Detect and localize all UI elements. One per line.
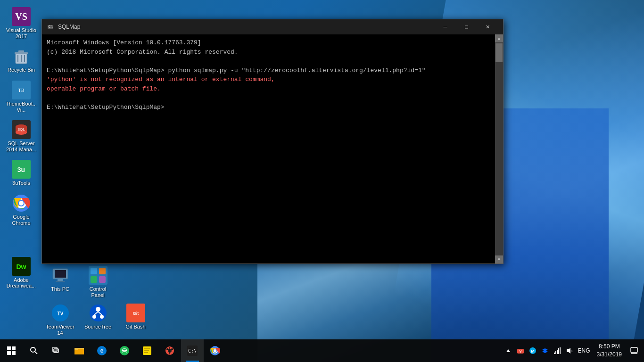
scrollbar-track[interactable] — [495, 42, 503, 255]
desktop-icon-adobe-dreamweaver[interactable]: Dw Adobe Dreamwea... — [2, 255, 40, 291]
desktop-icon-this-pc[interactable]: This PC — [42, 263, 78, 301]
svg-rect-88 — [631, 347, 637, 353]
svg-rect-29 — [99, 276, 106, 283]
svg-text:3u: 3u — [17, 166, 25, 173]
start-button[interactable] — [0, 339, 23, 362]
taskbar-edge[interactable]: e — [91, 339, 113, 362]
tray-network-icon[interactable] — [552, 339, 563, 362]
cmd-line-4: E:\Whitehat\SetupPython\SqlpMap> python … — [47, 66, 490, 75]
svg-point-20 — [19, 201, 24, 206]
desktop-icon-visual-studio[interactable]: VS Visual Studio 2017 — [2, 5, 40, 42]
tray-date: 3/31/2019 — [597, 351, 622, 359]
teamviewer-icon: TV — [51, 304, 70, 322]
scrollbar-up-button[interactable]: ▲ — [495, 34, 503, 42]
svg-text:VS: VS — [15, 11, 27, 22]
cmd-scrollbar[interactable]: ▲ ▼ — [495, 34, 503, 263]
control-panel-icon — [89, 266, 107, 285]
taskbar-chrome[interactable] — [204, 339, 226, 362]
svg-point-66 — [171, 348, 173, 350]
tray-clock[interactable]: 8:50 PM 3/31/2019 — [593, 339, 626, 362]
visual-studio-icon: VS — [12, 7, 31, 26]
system-tray: V M — [503, 339, 644, 362]
recycle-bin-label: Recycle Bin — [8, 67, 35, 73]
visual-studio-label: Visual Studio 2017 — [5, 27, 38, 40]
svg-text:V: V — [519, 350, 521, 353]
svg-text:SQL: SQL — [17, 127, 25, 132]
svg-rect-62 — [144, 352, 148, 353]
svg-rect-27 — [99, 268, 106, 274]
svg-text:M: M — [531, 349, 535, 354]
close-button[interactable]: ✕ — [477, 19, 498, 34]
taskbar: e — [0, 339, 644, 362]
cmd-line-1: Microsoft Windows [Version 10.0.17763.37… — [47, 38, 490, 48]
cmd-terminal[interactable]: Microsoft Windows [Version 10.0.17763.37… — [42, 34, 495, 263]
google-chrome-label: Google Chrome — [5, 214, 38, 226]
svg-point-34 — [92, 315, 96, 319]
desktop-icon-sql-server[interactable]: SQL SQL Server 2014 Mana... — [2, 118, 40, 155]
sourcetree-label: SourceTree — [84, 324, 111, 330]
search-button[interactable] — [23, 339, 45, 362]
task-view-button[interactable] — [45, 339, 68, 362]
desktop-icon-google-chrome[interactable]: Google Chrome — [2, 191, 40, 229]
cmd-titlebar-icon: C:\ — [47, 23, 54, 31]
svg-marker-86 — [567, 348, 570, 354]
svg-rect-23 — [58, 279, 63, 281]
taskbar-spotify[interactable] — [113, 339, 136, 362]
svg-rect-83 — [557, 350, 558, 354]
scrollbar-thumb[interactable] — [495, 43, 503, 62]
svg-text:C:\: C:\ — [188, 348, 197, 354]
desktop-icon-git-bash[interactable]: Git Git Bash — [118, 301, 153, 338]
tray-chevron[interactable] — [503, 339, 514, 362]
tray-malwarebytes-icon[interactable]: M — [527, 339, 538, 362]
tray-notification-button[interactable] — [627, 339, 642, 362]
cmd-line-6: operable program or batch file. — [47, 84, 490, 94]
taskbar-sticky-notes[interactable] — [136, 339, 158, 362]
tray-vpn-icon[interactable]: V — [515, 339, 526, 362]
desktop-icon-teamviewer[interactable]: TV TeamViewer 14 — [42, 301, 78, 338]
desktop-icon-sourcetree[interactable]: SourceTree — [80, 301, 116, 338]
desktop-icon-3utools[interactable]: 3u 3uTools — [2, 157, 40, 189]
desktop-icon-recycle-bin[interactable]: Recycle Bin — [2, 44, 40, 75]
teamviewer-label: TeamViewer 14 — [45, 324, 75, 336]
svg-rect-24 — [56, 281, 65, 282]
taskbar-apps: e — [68, 339, 503, 362]
svg-rect-81 — [554, 353, 555, 354]
svg-point-65 — [166, 348, 168, 350]
cmd-titlebar[interactable]: C:\ SQLMap ─ □ ✕ — [42, 19, 503, 34]
taskbar-cmd[interactable]: C:\ — [181, 339, 204, 362]
svg-rect-52 — [54, 349, 58, 353]
bottom-desktop-icons-row1: This PC Control Panel — [42, 263, 116, 301]
maximize-button[interactable]: □ — [456, 19, 477, 34]
sql-server-icon: SQL — [12, 120, 31, 139]
taskbar-ladybug[interactable] — [158, 339, 181, 362]
svg-text:C:\: C:\ — [49, 25, 53, 28]
cmd-line-8: E:\Whitehat\SetupPython\SqlpMap> — [47, 103, 490, 112]
svg-rect-54 — [74, 349, 84, 354]
svg-point-49 — [31, 347, 35, 352]
adobe-dreamweaver-icon: Dw — [12, 257, 31, 276]
git-bash-icon: Git — [126, 304, 145, 322]
svg-line-50 — [35, 352, 37, 354]
svg-rect-55 — [74, 348, 78, 350]
svg-text:TV: TV — [57, 311, 63, 316]
desktop: VS Visual Studio 2017 Recycle Bin — [0, 0, 644, 362]
svg-text:)))): )))) — [571, 349, 573, 352]
desktop-icon-control-panel[interactable]: Control Panel — [80, 263, 116, 301]
sourcetree-icon — [89, 304, 107, 322]
svg-text:Dw: Dw — [17, 263, 26, 271]
3utools-icon: 3u — [12, 160, 31, 179]
tray-volume-icon[interactable]: )))) — [564, 339, 575, 362]
this-pc-label: This PC — [51, 286, 69, 292]
control-panel-label: Control Panel — [83, 286, 113, 298]
themeboot-icon: TB — [12, 81, 31, 99]
tray-dropbox-icon[interactable] — [539, 339, 551, 362]
desktop-icon-themeboot[interactable]: TB ThemeBoot... Vi... — [2, 78, 40, 115]
cmd-line-3 — [47, 57, 490, 66]
cmd-line-7 — [47, 93, 490, 103]
svg-rect-46 — [12, 346, 16, 350]
svg-text:e: e — [100, 347, 104, 354]
scrollbar-down-button[interactable]: ▼ — [495, 255, 503, 263]
taskbar-file-explorer[interactable] — [68, 339, 91, 362]
minimize-button[interactable]: ─ — [435, 19, 456, 34]
tray-language[interactable]: ENG — [576, 339, 592, 362]
